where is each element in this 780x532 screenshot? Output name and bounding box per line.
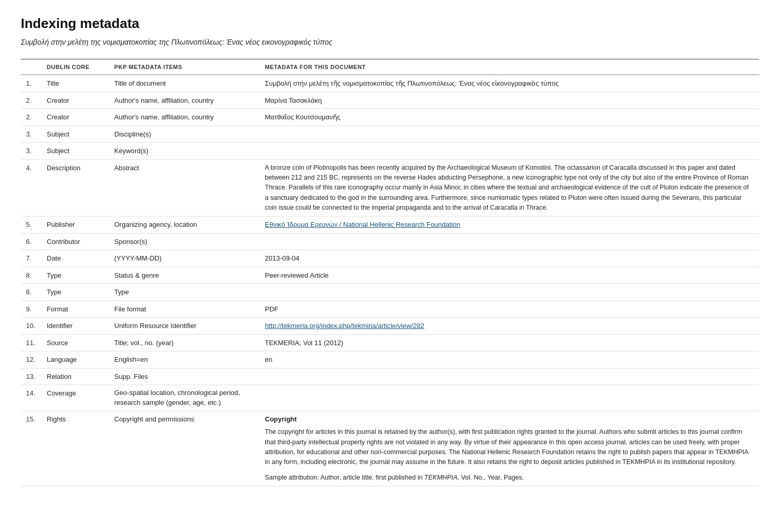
row-pkp-item: Author's name, affiliation, country xyxy=(109,92,260,109)
row-pkp-item: Geo-spatial location, chronological peri… xyxy=(109,385,260,411)
row-dublin-core: Coverage xyxy=(42,385,109,411)
row-number: 1. xyxy=(21,75,42,92)
row-dublin-core: Creator xyxy=(42,109,109,126)
row-dublin-core: Language xyxy=(42,351,109,369)
col-header-metadata: METADATA FOR THIS DOCUMENT xyxy=(260,59,759,75)
row-dublin-core: Source xyxy=(42,334,109,351)
table-row: 3.SubjectKeyword(s) xyxy=(21,143,759,160)
page-title: Indexing metadata xyxy=(21,16,759,32)
row-pkp-item: (YYYY-MM-DD) xyxy=(109,250,260,267)
copyright-header: Copyright xyxy=(265,414,754,425)
row-pkp-item: Type xyxy=(109,284,260,301)
row-pkp-item: English=en xyxy=(109,351,260,369)
table-row: 4.DescriptionAbstractA bronze coin of Pl… xyxy=(21,159,759,216)
row-pkp-item: Title; vol., no. (year) xyxy=(109,334,260,351)
row-pkp-item: Organizing agency, location xyxy=(109,216,260,234)
row-dublin-core: Contributor xyxy=(42,233,109,250)
col-header-num xyxy=(21,59,42,75)
row-metadata-value xyxy=(260,126,759,143)
row-dublin-core: Subject xyxy=(42,143,109,160)
table-row: 9.FormatFile formatPDF xyxy=(21,301,759,318)
row-pkp-item: Status & genre xyxy=(109,267,260,284)
row-dublin-core: Type xyxy=(42,267,109,284)
row-dublin-core: Rights xyxy=(42,411,109,486)
row-number: 6. xyxy=(21,233,42,250)
table-row: 7.Date(YYYY-MM-DD)2013-09-04 xyxy=(21,250,759,267)
row-pkp-item: Discipline(s) xyxy=(109,126,260,143)
row-number: 8. xyxy=(21,267,42,284)
table-row: 15.RightsCopyright and permissionsCopyri… xyxy=(21,411,759,486)
row-number: 5. xyxy=(21,216,42,234)
row-number: 2. xyxy=(21,109,42,126)
row-dublin-core: Creator xyxy=(42,92,109,109)
table-row: 13.RelationSupp. Files xyxy=(21,368,759,385)
row-pkp-item: Copyright and permissions xyxy=(109,411,260,486)
table-row: 3.SubjectDiscipline(s) xyxy=(21,126,759,143)
table-row: 5.PublisherOrganizing agency, locationΕθ… xyxy=(21,216,759,234)
row-metadata-value: Μαρίνα Τασακλάκη xyxy=(260,92,759,109)
row-metadata-value: PDF xyxy=(260,301,759,318)
row-dublin-core: Description xyxy=(42,159,109,216)
table-row: 14.CoverageGeo-spatial location, chronol… xyxy=(21,385,759,411)
row-pkp-item: File format xyxy=(109,301,260,318)
row-metadata-value: TEKMERIA; Vol 11 (2012) xyxy=(260,334,759,351)
row-pkp-item: Supp. Files xyxy=(109,368,260,385)
metadata-link[interactable]: Εθνικό Ίδρυμα Ερευνών / National Helleni… xyxy=(265,221,460,228)
row-pkp-item: Author's name, affiliation, country xyxy=(109,109,260,126)
row-metadata-value: Ματθαῖος Κουτσουμανῆς xyxy=(260,109,759,126)
row-dublin-core: Relation xyxy=(42,368,109,385)
row-number: 9. xyxy=(21,301,42,318)
metadata-table: DUBLIN CORE PKP METADATA ITEMS METADATA … xyxy=(21,59,759,486)
row-pkp-item: Title of document xyxy=(109,75,260,92)
row-number: 13. xyxy=(21,368,42,385)
row-metadata-value: A bronze coin of Plotinopolis has been r… xyxy=(260,159,759,216)
table-row: 6.ContributorSponsor(s) xyxy=(21,233,759,250)
row-metadata-value xyxy=(260,284,759,301)
row-metadata-value: Συμβολή στήν μελέτη τῆς νομισματοκοπίας … xyxy=(260,75,759,92)
row-dublin-core: Date xyxy=(42,250,109,267)
row-number: 2. xyxy=(21,92,42,109)
row-number: 7. xyxy=(21,250,42,267)
table-row: 8.TypeStatus & genrePeer-reviewed Articl… xyxy=(21,267,759,284)
row-number: 15. xyxy=(21,411,42,486)
table-row: 2.CreatorAuthor's name, affiliation, cou… xyxy=(21,92,759,109)
row-number: 4. xyxy=(21,159,42,216)
row-number: 10. xyxy=(21,318,42,335)
table-row: 11.SourceTitle; vol., no. (year)TEKMERIA… xyxy=(21,334,759,351)
row-dublin-core: Publisher xyxy=(42,216,109,234)
row-metadata-value: en xyxy=(260,351,759,369)
table-row: 2.CreatorAuthor's name, affiliation, cou… xyxy=(21,109,759,126)
row-metadata-value: 2013-09-04 xyxy=(260,250,759,267)
table-row: 1.TitleTitle of documentΣυμβολή στήν μελ… xyxy=(21,75,759,92)
col-header-pkp: PKP METADATA ITEMS xyxy=(109,59,260,75)
row-dublin-core: Title xyxy=(42,75,109,92)
page-subtitle: Συμβολή στην μελέτη της νομισματοκοπίας … xyxy=(21,38,759,46)
row-metadata-value[interactable]: Εθνικό Ίδρυμα Ερευνών / National Helleni… xyxy=(260,216,759,234)
table-row: 12.LanguageEnglish=enen xyxy=(21,351,759,369)
table-row: 10.IdentifierUniform Resource Identifier… xyxy=(21,318,759,335)
row-dublin-core: Format xyxy=(42,301,109,318)
row-metadata-value xyxy=(260,368,759,385)
row-pkp-item: Uniform Resource Identifier xyxy=(109,318,260,335)
row-pkp-item: Sponsor(s) xyxy=(109,233,260,250)
table-row: 8.TypeType xyxy=(21,284,759,301)
row-number: 11. xyxy=(21,334,42,351)
col-header-dublin-core: DUBLIN CORE xyxy=(42,59,109,75)
row-number: 14. xyxy=(21,385,42,411)
row-metadata-value: Peer-reviewed Article xyxy=(260,267,759,284)
row-metadata-value xyxy=(260,385,759,411)
row-dublin-core: Identifier xyxy=(42,318,109,335)
copyright-body: The copyright for articles in this journ… xyxy=(265,427,754,468)
row-number: 3. xyxy=(21,143,42,160)
row-number: 8. xyxy=(21,284,42,301)
row-pkp-item: Keyword(s) xyxy=(109,143,260,160)
row-metadata-value[interactable]: http://tekmeria.org/index.php/tekmiria/a… xyxy=(260,318,759,335)
row-number: 3. xyxy=(21,126,42,143)
row-metadata-value xyxy=(260,143,759,160)
row-pkp-item: Abstract xyxy=(109,159,260,216)
row-metadata-value xyxy=(260,233,759,250)
row-number: 12. xyxy=(21,351,42,369)
metadata-link[interactable]: http://tekmeria.org/index.php/tekmiria/a… xyxy=(265,322,424,330)
row-dublin-core: Type xyxy=(42,284,109,301)
row-dublin-core: Subject xyxy=(42,126,109,143)
